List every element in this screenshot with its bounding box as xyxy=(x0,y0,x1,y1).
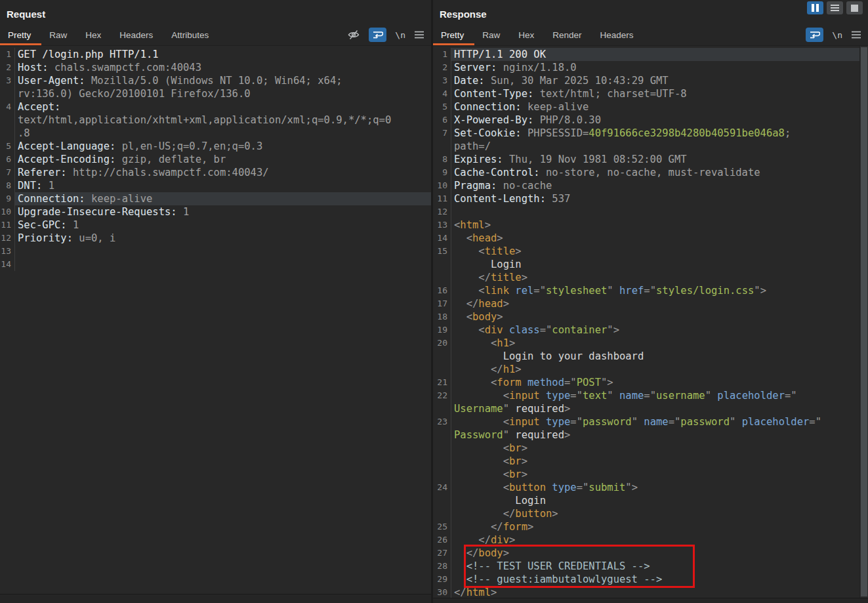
code-line-content[interactable]: <link rel="stylesheet" href="styles/logi… xyxy=(451,284,868,297)
code-line-content[interactable]: <head> xyxy=(451,232,868,245)
code-line-content[interactable]: <br> xyxy=(451,468,868,481)
code-line: 4Content-Type: text/html; charset=UTF-8 xyxy=(433,87,868,100)
code-line-content[interactable]: <br> xyxy=(451,442,868,455)
code-line: 14 <head> xyxy=(433,232,868,245)
code-line-content[interactable]: User-Agent: Mozilla/5.0 (Windows NT 10.0… xyxy=(15,74,431,87)
code-line-content[interactable]: path=/ xyxy=(451,140,868,153)
code-line-content[interactable]: Server: nginx/1.18.0 xyxy=(451,61,868,74)
code-line: 8Expires: Thu, 19 Nov 1981 08:52:00 GMT xyxy=(433,153,868,166)
request-editor[interactable]: 1GET /login.php HTTP/1.12Host: chals.swa… xyxy=(0,46,431,603)
code-line-content[interactable]: Cache-Control: no-store, no-cache, must-… xyxy=(451,166,868,179)
code-line-content[interactable]: HTTP/1.1 200 OK xyxy=(451,48,868,61)
code-line-content[interactable]: <!-- guest:iambutalowlyguest --> xyxy=(451,573,868,586)
code-line-content[interactable]: <input type="text" name="username" place… xyxy=(451,389,868,402)
tab-attributes[interactable]: Attributes xyxy=(163,26,219,45)
response-editor[interactable]: 1HTTP/1.1 200 OK2Server: nginx/1.18.03Da… xyxy=(433,46,868,603)
code-line-content[interactable]: <!-- TEST USER CREDENTIALS --> xyxy=(451,560,868,573)
code-line-content[interactable]: Priority: u=0, i xyxy=(15,232,431,245)
editor-menu-icon[interactable] xyxy=(851,31,861,39)
code-line-content[interactable]: <div class="container"> xyxy=(451,323,868,337)
code-line-content[interactable]: <title> xyxy=(451,245,868,258)
tab-headers[interactable]: Headers xyxy=(112,26,163,45)
code-line-content[interactable]: Set-Cookie: PHPSESSID=40f91666ce3298b428… xyxy=(451,127,868,140)
line-number: 25 xyxy=(433,520,451,533)
code-line-content[interactable]: Connection: keep-alive xyxy=(451,100,868,114)
tab-render[interactable]: Render xyxy=(545,26,592,45)
code-line-content[interactable]: Accept-Language: pl,en-US;q=0.7,en;q=0.3 xyxy=(15,140,431,153)
code-line-content[interactable]: Login xyxy=(451,494,868,507)
tab-headers[interactable]: Headers xyxy=(592,26,644,45)
code-line-content[interactable]: <form method="POST"> xyxy=(451,376,868,389)
line-number xyxy=(433,402,451,415)
code-line-content[interactable]: Date: Sun, 30 Mar 2025 10:43:29 GMT xyxy=(451,74,868,87)
vertical-scrollbar[interactable] xyxy=(859,46,868,598)
code-line: 5Connection: keep-alive xyxy=(433,100,868,114)
code-line-content[interactable]: Login to your dashboard xyxy=(451,350,868,363)
code-line-content[interactable] xyxy=(15,245,431,258)
code-line-content[interactable]: Expires: Thu, 19 Nov 1981 08:52:00 GMT xyxy=(451,153,868,166)
code-line-content[interactable]: Username" required> xyxy=(451,402,868,415)
code-line-content[interactable]: </head> xyxy=(451,297,868,310)
code-line-content[interactable]: Content-Type: text/html; charset=UTF-8 xyxy=(451,87,868,100)
code-line: <br> xyxy=(433,468,868,481)
code-line-content[interactable]: </form> xyxy=(451,520,868,533)
code-line: <br> xyxy=(433,455,868,468)
code-line-content[interactable]: </h1> xyxy=(451,363,868,376)
code-line-content[interactable]: </div> xyxy=(451,533,868,547)
view-stacked-button[interactable] xyxy=(827,1,843,14)
tab-raw[interactable]: Raw xyxy=(474,26,510,45)
code-line-content[interactable]: <input type="password" name="password" p… xyxy=(451,415,868,428)
scrollbar-thumb[interactable] xyxy=(861,47,867,596)
code-line-content[interactable]: Accept-Encoding: gzip, deflate, br xyxy=(15,153,431,166)
hidden-fields-toggle-icon[interactable] xyxy=(347,28,360,41)
code-line: 13<html> xyxy=(433,218,868,232)
code-line-content[interactable]: Upgrade-Insecure-Requests: 1 xyxy=(15,205,431,218)
code-line-content[interactable]: DNT: 1 xyxy=(15,179,431,192)
tab-pretty[interactable]: Pretty xyxy=(0,26,41,45)
code-line-content[interactable]: </html> xyxy=(451,586,868,599)
code-line: 2Host: chals.swampctf.com:40043 xyxy=(0,61,431,74)
editor-menu-icon[interactable] xyxy=(414,31,424,39)
code-line-content[interactable]: <button type="submit"> xyxy=(451,481,868,494)
wrap-lines-toggle-icon[interactable] xyxy=(806,28,823,42)
code-line-content[interactable]: </body> xyxy=(451,547,868,560)
code-line-content[interactable]: X-Powered-By: PHP/8.0.30 xyxy=(451,114,868,127)
code-line-content[interactable]: Referer: http://chals.swampctf.com:40043… xyxy=(15,166,431,179)
newline-toggle[interactable]: \n xyxy=(395,30,405,40)
view-side-by-side-button[interactable] xyxy=(807,1,823,14)
code-line-content[interactable]: <h1> xyxy=(451,337,868,350)
code-line-content[interactable]: <br> xyxy=(451,455,868,468)
code-line-content[interactable]: <html> xyxy=(451,218,868,232)
code-line: Login to your dashboard xyxy=(433,350,868,363)
tab-hex[interactable]: Hex xyxy=(510,26,545,45)
line-number xyxy=(433,140,451,153)
code-line-content[interactable]: Password" required> xyxy=(451,428,868,442)
code-line-content[interactable]: GET /login.php HTTP/1.1 xyxy=(15,48,431,61)
code-line-content[interactable] xyxy=(15,258,431,271)
code-line-content[interactable]: Host: chals.swampctf.com:40043 xyxy=(15,61,431,74)
code-line-content[interactable]: text/html,application/xhtml+xml,applicat… xyxy=(15,114,431,127)
code-line: .8 xyxy=(0,127,431,140)
newline-toggle[interactable]: \n xyxy=(832,30,842,40)
code-line-content[interactable]: </button> xyxy=(451,507,868,520)
code-line-content[interactable]: Pragma: no-cache xyxy=(451,179,868,192)
tab-raw[interactable]: Raw xyxy=(41,26,77,45)
tab-hex[interactable]: Hex xyxy=(77,26,112,45)
wrap-lines-toggle-icon[interactable] xyxy=(369,28,386,42)
code-line-content[interactable]: Login xyxy=(451,258,868,271)
code-line-content[interactable]: .8 xyxy=(15,127,431,140)
request-panel-footer xyxy=(0,594,431,603)
view-single-button[interactable] xyxy=(846,1,863,14)
code-line-content[interactable] xyxy=(451,205,868,218)
code-line: </title> xyxy=(433,271,868,284)
code-line-content[interactable]: Content-Length: 537 xyxy=(451,192,868,205)
code-line-content[interactable]: Sec-GPC: 1 xyxy=(15,218,431,232)
code-line-content[interactable]: </title> xyxy=(451,271,868,284)
line-number xyxy=(433,455,451,468)
code-line-content[interactable]: Connection: keep-alive xyxy=(15,192,431,205)
code-line-content[interactable]: Accept: xyxy=(15,100,431,114)
code-line-content[interactable]: rv:136.0) Gecko/20100101 Firefox/136.0 xyxy=(15,87,431,100)
tab-pretty[interactable]: Pretty xyxy=(433,26,474,45)
line-number: 5 xyxy=(0,140,15,153)
code-line-content[interactable]: <body> xyxy=(451,310,868,323)
